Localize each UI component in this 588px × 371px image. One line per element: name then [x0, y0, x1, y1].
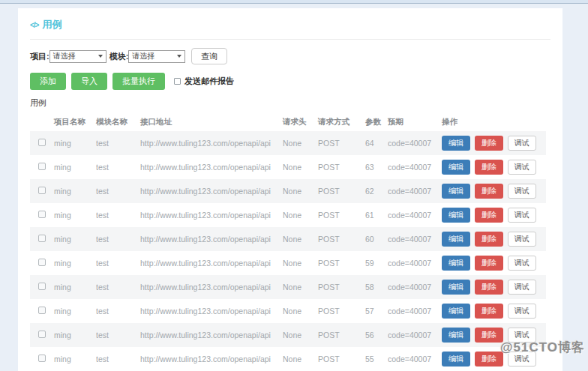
cell-request-method: POST	[318, 227, 365, 251]
cell-request-method: POST	[318, 251, 365, 275]
cell-api-url: http://www.tuling123.com/openapi/api	[140, 227, 283, 251]
debug-button[interactable]: 调试	[508, 280, 536, 295]
delete-button[interactable]: 删除	[475, 328, 503, 343]
cell-request-method: POST	[318, 155, 365, 179]
header-params: 参数	[365, 113, 388, 131]
row-checkbox[interactable]	[38, 259, 46, 266]
content-panel: </> 用例 项目: 请选择 模块: 请选择 查询 添加 导入 批量执行 发送邮…	[18, 8, 562, 371]
edit-button[interactable]: 编辑	[442, 280, 470, 295]
section-label: 用例	[30, 97, 550, 109]
table-header-row: 项目名称 模块名称 接口地址 请求头 请求方式 参数 预期 操作	[30, 113, 546, 131]
cell-api-url: http://www.tuling123.com/openapi/api	[140, 155, 283, 179]
edit-button[interactable]: 编辑	[442, 208, 470, 223]
cell-expect: code=40007	[388, 131, 442, 155]
row-checkbox[interactable]	[38, 307, 46, 314]
project-select-value: 请选择	[53, 51, 76, 61]
row-checkbox[interactable]	[38, 211, 46, 218]
header-module: 模块名称	[96, 113, 140, 131]
header-url: 接口地址	[140, 113, 283, 131]
cell-api-url: http://www.tuling123.com/openapi/api	[140, 179, 283, 203]
table-row: ming test http://www.tuling123.com/opena…	[30, 131, 546, 155]
cell-params: 58	[365, 275, 388, 299]
cell-project-name: ming	[54, 155, 96, 179]
header-project: 项目名称	[54, 113, 96, 131]
cell-project-name: ming	[54, 275, 96, 299]
edit-button[interactable]: 编辑	[442, 256, 470, 271]
cell-params: 64	[365, 131, 388, 155]
cell-api-url: http://www.tuling123.com/openapi/api	[140, 323, 283, 347]
cell-request-header: None	[283, 227, 318, 251]
debug-button[interactable]: 调试	[508, 184, 536, 199]
code-icon: </>	[30, 21, 38, 29]
case-table: 项目名称 模块名称 接口地址 请求头 请求方式 参数 预期 操作 ming te…	[30, 113, 546, 371]
cell-expect: code=40007	[388, 227, 442, 251]
add-button[interactable]: 添加	[30, 73, 66, 90]
table-row: ming test http://www.tuling123.com/opena…	[30, 155, 546, 179]
edit-button[interactable]: 编辑	[442, 136, 470, 151]
cell-request-method: POST	[318, 275, 365, 299]
cell-request-header: None	[283, 299, 318, 323]
watermark: @51CTO博客	[500, 339, 585, 356]
edit-button[interactable]: 编辑	[442, 352, 470, 367]
edit-button[interactable]: 编辑	[442, 304, 470, 319]
header-checkbox-col	[30, 113, 54, 131]
edit-button[interactable]: 编辑	[442, 232, 470, 247]
filter-row: 项目: 请选择 模块: 请选择 查询	[30, 49, 550, 64]
row-checkbox[interactable]	[38, 355, 46, 362]
cell-request-header: None	[283, 155, 318, 179]
debug-button[interactable]: 调试	[508, 208, 536, 223]
debug-button[interactable]: 调试	[508, 136, 536, 151]
page-title: </> 用例	[30, 8, 550, 40]
project-select[interactable]: 请选择	[50, 50, 106, 63]
edit-button[interactable]: 编辑	[442, 328, 470, 343]
debug-button[interactable]: 调试	[508, 160, 536, 175]
cell-params: 56	[365, 323, 388, 347]
project-filter-label: 项目:	[30, 51, 50, 62]
cell-module-name: test	[96, 179, 140, 203]
cell-project-name: ming	[54, 227, 96, 251]
delete-button[interactable]: 删除	[475, 304, 503, 319]
cell-request-method: POST	[318, 323, 365, 347]
row-checkbox[interactable]	[38, 235, 46, 242]
batch-run-button[interactable]: 批量执行	[112, 73, 165, 90]
debug-button[interactable]: 调试	[508, 304, 536, 319]
cell-request-method: POST	[318, 179, 365, 203]
cell-project-name: ming	[54, 203, 96, 227]
module-select[interactable]: 请选择	[128, 50, 185, 63]
row-checkbox[interactable]	[38, 163, 46, 170]
cell-expect: code=40007	[388, 299, 442, 323]
row-checkbox[interactable]	[38, 283, 46, 290]
edit-button[interactable]: 编辑	[442, 160, 470, 175]
delete-button[interactable]: 删除	[475, 208, 503, 223]
debug-button[interactable]: 调试	[508, 232, 536, 247]
cell-module-name: test	[96, 347, 140, 371]
cell-request-header: None	[283, 179, 318, 203]
cell-module-name: test	[96, 323, 140, 347]
delete-button[interactable]: 删除	[475, 256, 503, 271]
row-checkbox[interactable]	[38, 331, 46, 338]
delete-button[interactable]: 删除	[475, 280, 503, 295]
query-button[interactable]: 查询	[191, 48, 227, 64]
row-checkbox[interactable]	[38, 187, 46, 194]
delete-button[interactable]: 删除	[475, 352, 503, 367]
cell-params: 63	[365, 155, 388, 179]
table-row: ming test http://www.tuling123.com/opena…	[30, 179, 546, 203]
debug-button[interactable]: 调试	[508, 256, 536, 271]
top-navbar-edge	[0, 0, 588, 4]
row-checkbox[interactable]	[38, 139, 46, 146]
import-button[interactable]: 导入	[71, 73, 107, 90]
cell-params: 60	[365, 227, 388, 251]
module-select-value: 请选择	[132, 51, 154, 61]
edit-button[interactable]: 编辑	[442, 184, 470, 199]
toolbar-row: 添加 导入 批量执行 发送邮件报告	[30, 73, 550, 90]
delete-button[interactable]: 删除	[475, 136, 503, 151]
cell-request-method: POST	[318, 347, 365, 371]
delete-button[interactable]: 删除	[475, 232, 503, 247]
cell-params: 57	[365, 299, 388, 323]
cell-params: 59	[365, 251, 388, 275]
cell-project-name: ming	[54, 323, 96, 347]
delete-button[interactable]: 删除	[475, 184, 503, 199]
cell-params: 62	[365, 179, 388, 203]
delete-button[interactable]: 删除	[475, 160, 503, 175]
email-report-checkbox[interactable]	[174, 78, 181, 85]
